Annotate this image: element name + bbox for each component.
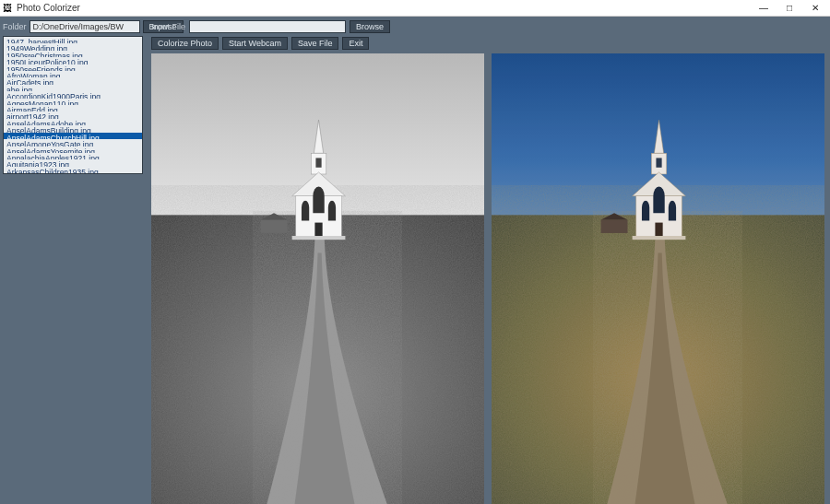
file-list-item[interactable]: 1950sreChristmas.jpg <box>4 51 142 57</box>
save-button[interactable]: Save File <box>291 37 339 50</box>
file-list-item[interactable]: 1950seeFriends.jpg <box>4 64 142 71</box>
file-list-item[interactable]: AccordionKid1900Paris.jpg <box>4 91 142 98</box>
input-file-label: Input File <box>151 22 185 31</box>
titlebar: 🖼 Photo Colorizer — □ ✕ <box>0 0 830 17</box>
app-body: Folder Browse 1947_harvestHill.jpg1949We… <box>0 17 830 504</box>
file-list-item[interactable]: abe.jpg <box>4 85 142 91</box>
file-list-item[interactable]: 1947_harvestHill.jpg <box>4 37 142 43</box>
window-title: Photo Colorizer <box>17 3 751 13</box>
file-list-item[interactable]: 1950LiceurPolice10.jpg <box>4 57 142 64</box>
close-button[interactable]: ✕ <box>802 1 828 16</box>
sidebar: Folder Browse 1947_harvestHill.jpg1949We… <box>0 17 146 504</box>
colorized-image <box>492 53 824 504</box>
input-file-field[interactable] <box>189 20 346 33</box>
file-list-item[interactable]: airport1942.jpg <box>4 111 142 118</box>
file-list-item[interactable]: AfroWoman.jpg <box>4 71 142 77</box>
file-list-item[interactable]: AnselAdamsYosemite.jpg <box>4 147 142 153</box>
image-compare <box>151 53 824 504</box>
folder-label: Folder <box>3 22 27 31</box>
file-list-item[interactable]: AnselAdamsBuilding.jpg <box>4 125 142 132</box>
svg-rect-22 <box>492 53 824 504</box>
maximize-button[interactable]: □ <box>777 1 802 16</box>
app-icon: 🖼 <box>2 3 13 14</box>
exit-button[interactable]: Exit <box>342 37 369 50</box>
colorize-button[interactable]: Colorize Photo <box>151 37 219 50</box>
original-image <box>151 53 484 504</box>
file-list-item[interactable]: Aquitania1923.jpg <box>4 159 142 166</box>
main-panel: Input File Browse Colorize Photo Start W… <box>146 17 830 504</box>
minimize-button[interactable]: — <box>751 1 777 16</box>
folder-input[interactable] <box>30 20 140 33</box>
webcam-button[interactable]: Start Webcam <box>222 37 288 50</box>
file-list-item[interactable]: ArkansasChildren1935.jpg <box>4 167 142 173</box>
svg-rect-6 <box>315 158 321 167</box>
file-list-item[interactable]: AirmanEdd.jpg <box>4 105 142 111</box>
svg-rect-2 <box>261 219 288 232</box>
file-list-item[interactable]: AnselAdamsChurchHill.jpg <box>4 133 142 139</box>
file-list-item[interactable]: AgnesMonan110.jpg <box>4 99 142 105</box>
file-list-item[interactable]: AnselAdamsAdobe.jpg <box>4 119 142 125</box>
file-list-item[interactable]: AirCadets.jpg <box>4 77 142 84</box>
file-list-item[interactable]: AppalachiaApples1921.jpg <box>4 153 142 159</box>
svg-rect-10 <box>292 236 346 240</box>
file-list-item[interactable]: AnselAmoneYosGate.jpg <box>4 139 142 146</box>
file-list-item[interactable]: 1949Wedding.jpg <box>4 43 142 50</box>
file-list[interactable]: 1947_harvestHill.jpg1949Wedding.jpg1950s… <box>3 36 143 174</box>
input-browse-button[interactable]: Browse <box>350 20 390 33</box>
